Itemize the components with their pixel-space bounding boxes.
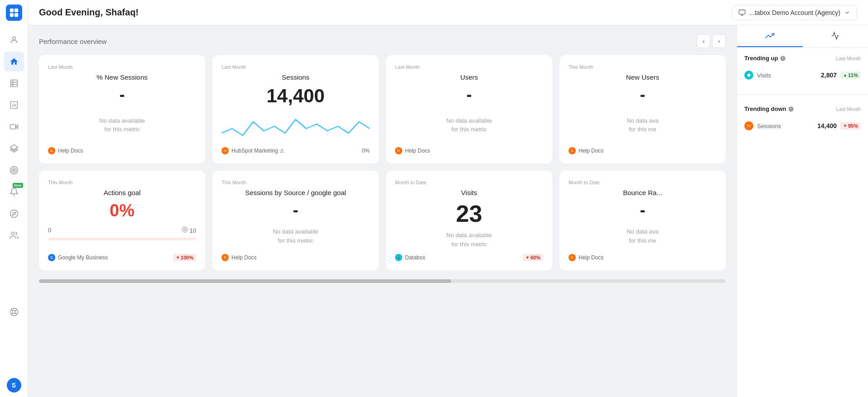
card-value: -: [222, 202, 370, 218]
sidebar-item-layers[interactable]: [4, 139, 24, 158]
section-title: Trending up: [744, 55, 786, 62]
card-period: Last Month: [395, 64, 543, 70]
card-value: 14,400: [222, 86, 370, 105]
user-avatar[interactable]: S: [7, 378, 21, 392]
svg-point-31: [182, 227, 188, 232]
source-icon: G: [48, 254, 55, 261]
metric-right: 14,400 95%: [817, 122, 861, 129]
card-source[interactable]: H HubSpot Marketing ⚠: [222, 147, 285, 154]
metric-left: H Sessions: [744, 121, 781, 130]
sidebar-item-numbers[interactable]: [4, 73, 24, 93]
nav-next-button[interactable]: ›: [712, 34, 726, 48]
card-period: Month to Date: [395, 180, 543, 185]
card-title: Visits: [395, 189, 543, 196]
metric-icon: H: [744, 121, 753, 130]
source-icon: H: [222, 147, 229, 154]
card-footer: h Help Docs: [48, 143, 196, 154]
sidebar-item-user[interactable]: [4, 30, 24, 50]
source-label: Help Docs: [231, 254, 256, 261]
card-period: Last Month: [48, 64, 196, 70]
card-value: -: [569, 202, 717, 218]
svg-rect-3: [14, 13, 18, 17]
main-content: Good Evening, Shafaq! ...tabox Demo Acco…: [28, 0, 868, 397]
card-source[interactable]: G Google My Business: [48, 254, 108, 261]
new-badge: New: [13, 183, 23, 188]
tab-trending[interactable]: [737, 25, 803, 47]
scrollbar[interactable]: [39, 279, 726, 283]
card-source[interactable]: h Help Docs: [569, 254, 603, 261]
sidebar: New S: [0, 0, 28, 397]
card-no-data: No data availablefor this metric: [48, 106, 196, 143]
svg-point-18: [13, 169, 14, 171]
svg-rect-5: [10, 80, 17, 87]
card-sessions-by-source: This Month Sessions by Source / google g…: [212, 171, 379, 270]
card-period: This Month: [222, 180, 370, 185]
badge-down: 60%: [523, 254, 543, 261]
card-value: -: [569, 86, 717, 103]
sidebar-item-goals[interactable]: [4, 160, 24, 180]
svg-point-19: [10, 210, 18, 218]
source-label: Help Docs: [579, 148, 603, 154]
metric-label: Visits: [757, 72, 771, 79]
svg-point-16: [10, 167, 18, 174]
account-selector[interactable]: ...tabox Demo Account (Agency): [732, 5, 857, 20]
header: Good Evening, Shafaq! ...tabox Demo Acco…: [28, 0, 868, 25]
sidebar-item-reports[interactable]: [4, 95, 24, 115]
card-source[interactable]: h Help Docs: [222, 254, 256, 261]
svg-line-25: [15, 313, 17, 315]
sidebar-item-support[interactable]: [4, 302, 24, 322]
card-actions-goal: This Month Actions goal 0% 0 10: [39, 171, 205, 270]
card-source[interactable]: h Help Docs: [395, 147, 430, 154]
svg-point-21: [11, 232, 14, 235]
sidebar-item-home[interactable]: [4, 52, 24, 72]
section-header: Trending up Last Month: [744, 55, 861, 62]
svg-rect-2: [10, 13, 13, 17]
sidebar-item-compass[interactable]: [4, 204, 24, 224]
source-label: HubSpot Marketing ⚠: [231, 148, 285, 154]
source-label: Help Docs: [579, 254, 603, 261]
right-sidebar-tabs: [737, 25, 868, 48]
source-label: Google My Business: [58, 254, 108, 261]
card-footer: G Google My Business 100%: [48, 250, 196, 261]
mini-chart: [222, 113, 370, 140]
card-title: % New Sessions: [48, 73, 196, 81]
svg-line-24: [11, 309, 13, 311]
svg-point-23: [12, 310, 15, 313]
trend-badge-down: 95%: [840, 122, 861, 129]
info-icon: [788, 106, 794, 112]
svg-point-32: [184, 229, 186, 231]
badge: 0%: [362, 148, 370, 154]
card-value: -: [395, 86, 543, 103]
card-visits: Month to Date Visits 23 No data availabl…: [386, 171, 552, 270]
badge-down: 100%: [173, 254, 196, 261]
sidebar-item-video[interactable]: [4, 117, 24, 137]
source-icon: h: [222, 254, 229, 261]
goal-current: 0: [48, 227, 51, 234]
nav-prev-button[interactable]: ‹: [697, 34, 710, 48]
card-sessions: Last Month Sessions 14,400 H HubSpot Mar…: [212, 55, 379, 163]
trending-down-section: Trending down Last Month H Sessions 14,4…: [737, 98, 868, 141]
card-value: -: [48, 86, 196, 103]
card-no-data: No data availablefor this metric: [222, 222, 370, 250]
card-footer: h Help Docs: [222, 250, 370, 261]
goal-target: 10: [182, 226, 196, 234]
card-bounce-rate: Month to Date Bounce Ra... - No data ava…: [559, 171, 726, 270]
tab-activity[interactable]: [803, 25, 868, 47]
card-source[interactable]: h Help Docs: [48, 147, 83, 154]
sidebar-item-alerts[interactable]: New: [4, 182, 24, 202]
card-new-users: This Month New Users - No data avafor th…: [559, 55, 726, 163]
info-icon: [780, 55, 786, 62]
trending-up-section: Trending up Last Month Visits 2,807 1: [737, 48, 868, 91]
card-title: Actions goal: [48, 189, 196, 196]
card-footer: h Help Docs: [569, 250, 717, 261]
sidebar-item-team[interactable]: [4, 225, 24, 245]
card-source[interactable]: h Help Docs: [569, 147, 603, 154]
metric-label: Sessions: [757, 123, 781, 129]
trending-down-item: H Sessions 14,400 95%: [744, 118, 861, 134]
svg-rect-13: [10, 124, 15, 129]
card-pct-new-sessions: Last Month % New Sessions - No data avai…: [39, 55, 205, 163]
app-logo[interactable]: [6, 5, 22, 21]
section-header: Trending down Last Month: [744, 105, 861, 112]
card-source[interactable]: ▲ Databox: [395, 254, 425, 261]
svg-rect-0: [10, 9, 13, 12]
